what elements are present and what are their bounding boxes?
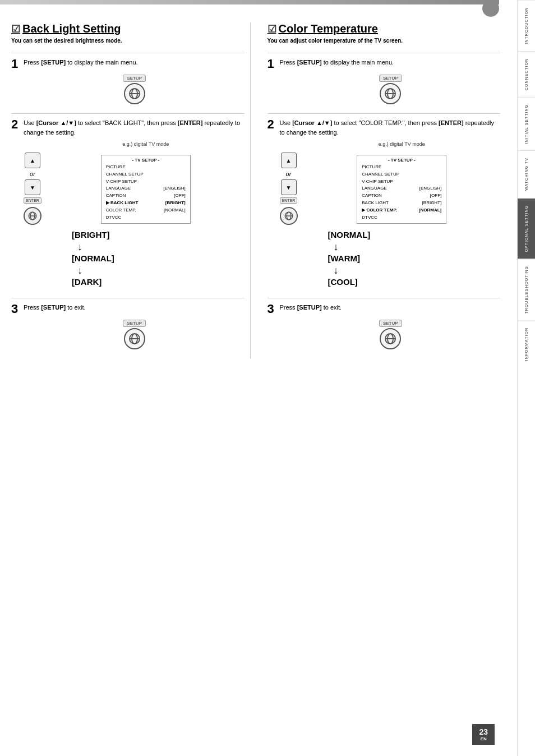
enter-btn-1 (24, 207, 41, 225)
enter-btn-ct (280, 207, 298, 225)
option-arrow-ct-2: ↓ (334, 265, 501, 275)
option-normal: [NORMAL] (72, 253, 114, 263)
menu-row-ct: V-CHIP SETUP (362, 178, 441, 186)
back-light-step2-right: e.g.) digital TV mode - TV SETUP - PICTU… (47, 141, 245, 289)
option-normal-ct: [NORMAL] (328, 230, 371, 239)
back-light-menu-title: - TV SETUP - (106, 158, 186, 163)
cursor-down-btn-ct: ▼ (281, 179, 297, 195)
option-dark: [DARK] (72, 277, 102, 287)
back-light-options: [BRIGHT] ↓ [NORMAL] ↓ [DARK] (72, 228, 245, 289)
or-text-ct: or (286, 170, 292, 177)
back-light-step1-header: 1 Press [SETUP] to display the main menu… (11, 53, 245, 70)
color-temp-nav-buttons: ▲ or ▼ ENTER (280, 153, 298, 225)
color-temp-step2: 2 Use [Cursor ▲/▼] to select "COLOR TEMP… (268, 113, 501, 289)
back-light-step2-bold1: [Cursor ▲/▼] (36, 119, 76, 126)
setup-icon-1 (124, 83, 145, 104)
back-light-setup-button-1: SETUP (25, 75, 245, 104)
enter-label-1: ENTER (24, 197, 41, 204)
color-temp-menu-box: - TV SETUP - PICTURE CHANNEL SETUP V-CHI… (357, 155, 446, 224)
sidebar-tab-introduction: INTRODUCTION (518, 0, 535, 51)
color-temp-step2-number: 2 (268, 118, 276, 131)
checkmark-icon-2: ☑ (268, 23, 276, 35)
back-light-setup-button-3: SETUP (25, 320, 245, 349)
back-light-step2: 2 Use [Cursor ▲/▼] to select "BACK LIGHT… (11, 113, 245, 289)
menu-row-ct: CHANNEL SETUP (362, 171, 441, 178)
content-area: ☑ Back Light Setting You can set the des… (11, 22, 500, 358)
menu-row: V-CHIP SETUP (106, 178, 186, 186)
menu-row: DTVCC (106, 214, 186, 222)
menu-row-ct-selected: ▶ COLOR TEMP.[NORMAL] (362, 207, 441, 214)
setup-icon-3 (124, 328, 145, 349)
back-light-step2-number: 2 (11, 118, 20, 131)
back-light-nav-buttons: ▲ or ▼ ENTER (24, 153, 41, 225)
back-light-step2-text: Use [Cursor ▲/▼] to select "BACK LIGHT",… (24, 118, 245, 137)
menu-row: CAPTION[OFF] (106, 192, 186, 200)
color-temp-step3-header: 3 Press [SETUP] to exit. (268, 298, 501, 315)
cursor-down-btn: ▼ (25, 179, 40, 195)
color-temp-step3-number: 3 (268, 303, 276, 315)
cursor-up-btn-ct: ▲ (281, 153, 297, 168)
color-temp-menu-title: - TV SETUP - (362, 158, 441, 163)
menu-row: COLOR TEMP.[NORMAL] (106, 207, 186, 214)
menu-row-ct: CAPTION[OFF] (362, 192, 441, 200)
color-temp-step1: 1 Press [SETUP] to display the main menu… (268, 53, 501, 104)
color-temp-step1-text: Press [SETUP] to display the main menu. (280, 58, 394, 67)
back-light-step1: 1 Press [SETUP] to display the main menu… (11, 53, 245, 104)
right-sidebar: INTRODUCTION CONNECTION INITIAL SETTING … (517, 0, 535, 756)
back-light-step2-bold2: [ENTER] (178, 119, 203, 126)
sidebar-tab-initial-setting: INITIAL SETTING (518, 97, 535, 151)
color-temp-step2-text: Use [Cursor ▲/▼] to select "COLOR TEMP."… (280, 118, 501, 137)
enter-label-ct: ENTER (280, 197, 298, 204)
page-lang: EN (479, 736, 488, 741)
menu-row-ct: BACK LIGHT[BRIGHT] (362, 200, 441, 207)
setup-icon-ct-3 (380, 328, 401, 349)
back-light-step1-number: 1 (11, 58, 20, 70)
setup-icon-ct-1 (380, 83, 401, 104)
color-temp-setup-button-1: SETUP (281, 75, 501, 104)
option-arrow-2: ↓ (77, 265, 245, 275)
top-accent-bar (0, 0, 499, 4)
color-temp-step1-header: 1 Press [SETUP] to display the main menu… (268, 53, 501, 70)
setup-label-1: SETUP (123, 75, 146, 82)
back-light-step3-number: 3 (11, 303, 20, 315)
page-number: 23 (479, 727, 488, 736)
page-number-box: 23 EN (472, 724, 495, 745)
menu-row: LANGUAGE[ENGLISH] (106, 185, 186, 192)
menu-row-ct: PICTURE (362, 164, 441, 171)
or-text-1: or (30, 170, 35, 177)
sidebar-tab-watching-tv: WATCHING TV (518, 150, 535, 197)
back-light-step3-header: 3 Press [SETUP] to exit. (11, 298, 245, 315)
option-arrow-ct-1: ↓ (334, 242, 501, 252)
top-circle (482, 0, 499, 17)
setup-label-ct-1: SETUP (379, 75, 402, 82)
checkmark-icon: ☑ (11, 23, 20, 35)
color-temp-subtitle: You can adjust color temperature of the … (268, 38, 501, 44)
back-light-step2-header: 2 Use [Cursor ▲/▼] to select "BACK LIGHT… (11, 113, 245, 137)
option-warm-ct: [WARM] (328, 253, 360, 263)
setup-label-ct-3: SETUP (379, 320, 402, 327)
menu-row-ct: LANGUAGE[ENGLISH] (362, 185, 441, 192)
color-temp-step2-bold1: [Cursor ▲/▼] (292, 119, 332, 126)
back-light-menu-eg: e.g.) digital TV mode - TV SETUP - PICTU… (47, 141, 245, 224)
sidebar-tab-connection: CONNECTION (518, 51, 535, 97)
color-temp-step3: 3 Press [SETUP] to exit. SETUP (268, 298, 501, 349)
back-light-step2-content: ▲ or ▼ ENTER (24, 141, 245, 289)
color-temp-step1-number: 1 (268, 58, 276, 70)
color-temp-menu-eg: e.g.) digital TV mode - TV SETUP - PICTU… (303, 141, 501, 224)
back-light-step1-text: Press [SETUP] to display the main menu. (24, 58, 138, 67)
color-temp-step3-bold: [SETUP] (297, 304, 322, 311)
option-cool-ct: [COOL] (328, 277, 358, 287)
color-temp-title-text: Color Temperature (279, 22, 378, 35)
main-content: ☑ Back Light Setting You can set the des… (0, 0, 517, 756)
back-light-step3-text: Press [SETUP] to exit. (24, 303, 86, 312)
color-temp-step3-text: Press [SETUP] to exit. (280, 303, 342, 312)
color-temp-setup-button-3: SETUP (281, 320, 501, 349)
menu-row: CHANNEL SETUP (106, 171, 186, 178)
back-light-eg-label: e.g.) digital TV mode (122, 141, 169, 147)
color-temp-step2-header: 2 Use [Cursor ▲/▼] to select "COLOR TEMP… (268, 113, 501, 137)
back-light-subtitle: You can set the desired brightness mode. (11, 38, 245, 44)
color-temp-options: [NORMAL] ↓ [WARM] ↓ [COOL] (328, 228, 501, 289)
back-light-step3-bold: [SETUP] (41, 304, 66, 311)
color-temp-step2-content: ▲ or ▼ ENTER (280, 141, 501, 289)
back-light-section: ☑ Back Light Setting You can set the des… (11, 22, 251, 358)
